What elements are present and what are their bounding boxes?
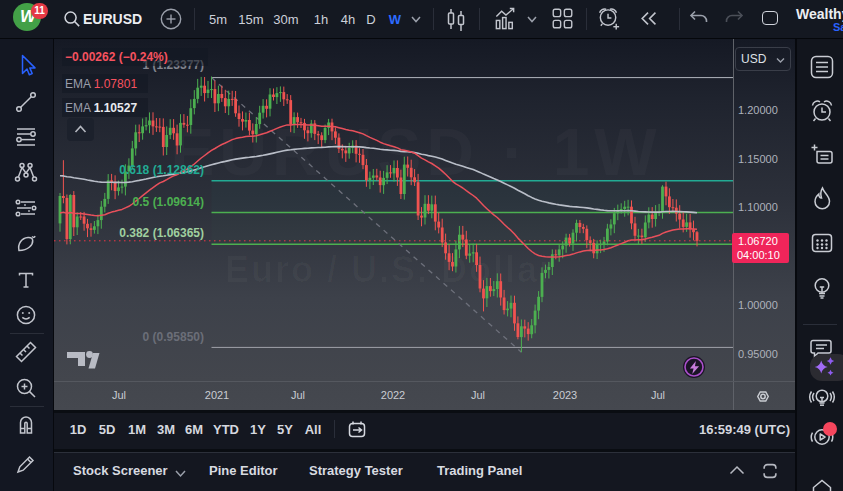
svg-text:Euro / U.S. Dollar: Euro / U.S. Dollar — [225, 249, 555, 290]
